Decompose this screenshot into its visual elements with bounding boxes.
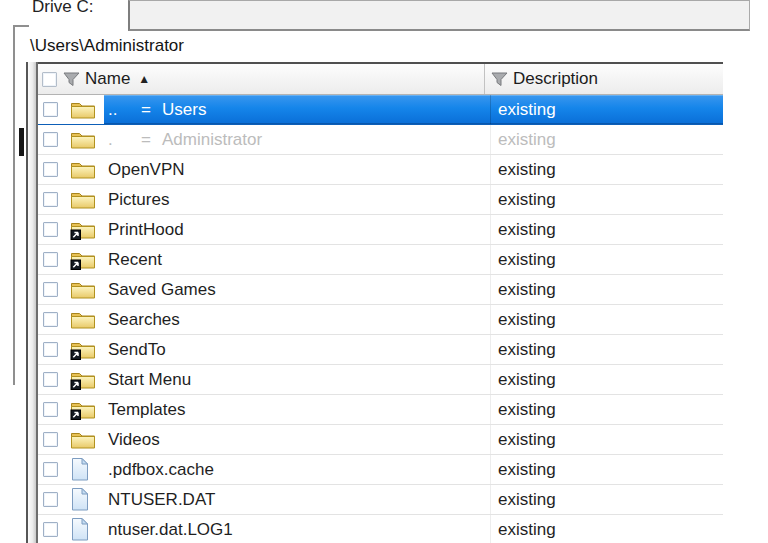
select-all-checkbox[interactable] [42,72,57,87]
table-row[interactable]: OpenVPNexisting [38,155,723,185]
path-bar[interactable]: \Users\Administrator [26,32,184,60]
left-scroll-strip[interactable] [26,62,38,543]
description-cell: existing [491,190,723,210]
folder-shortcut-icon [69,398,97,421]
table-row[interactable]: Templatesexisting [38,395,723,425]
row-checkbox[interactable] [43,102,58,117]
table-row[interactable]: NTUSER.DATexisting [38,485,723,515]
name-cell: SendTo [104,335,491,364]
filter-icon[interactable] [491,72,508,87]
row-checkbox[interactable] [43,252,58,267]
file-name: Videos [108,430,160,450]
table-row[interactable]: Saved Gamesexisting [38,275,723,305]
row-checkbox[interactable] [43,402,58,417]
column-header-name[interactable]: Name ▲ [63,69,150,89]
file-name: .pdfbox.cache [108,460,214,480]
description-cell: existing [491,520,723,540]
file-name: PrintHood [108,220,184,240]
row-checkbox[interactable] [43,432,58,447]
dir-dot-prefix: . [108,130,130,150]
file-table: Name ▲ Description ..=Usersexisting.=Adm… [38,62,723,543]
table-row[interactable]: .=Administratorexisting [38,125,723,155]
tab-strip-background [128,0,750,31]
name-cell: Pictures [104,185,491,214]
row-checkbox[interactable] [43,312,58,327]
table-row[interactable]: Searchesexisting [38,305,723,335]
table-row[interactable]: PrintHoodexisting [38,215,723,245]
name-cell: Start Menu [104,365,491,394]
tab-drive-c-label: Drive C: [32,0,93,17]
column-header-description[interactable]: Description [484,64,598,94]
table-row[interactable]: Videosexisting [38,425,723,455]
name-cell: ..=Users [104,95,491,124]
file-icon [69,487,90,512]
dir-link-symbol: = [130,100,162,120]
description-cell: existing [491,100,723,120]
description-cell: existing [491,130,723,150]
name-cell: NTUSER.DAT [104,485,491,514]
file-manager-panel: Drive C: \Users\Administrator Name ▲ Des… [0,0,768,543]
folder-icon [69,308,97,331]
column-description-label: Description [513,69,598,89]
filter-icon[interactable] [63,72,80,87]
name-cell: PrintHood [104,215,491,244]
file-name: ntuser.dat.LOG1 [108,520,233,540]
tab-drive-c[interactable]: Drive C: [25,0,128,31]
file-name: SendTo [108,340,166,360]
file-name: Saved Games [108,280,216,300]
sort-asc-icon: ▲ [138,72,150,86]
description-cell: existing [491,340,723,360]
description-cell: existing [491,370,723,390]
file-name: NTUSER.DAT [108,490,215,510]
description-cell: existing [491,220,723,240]
file-rows: ..=Usersexisting.=AdministratorexistingO… [38,95,723,543]
name-cell: ntuser.dat.LOG1 [104,515,491,543]
row-checkbox[interactable] [43,132,58,147]
row-checkbox[interactable] [43,372,58,387]
table-row[interactable]: Start Menuexisting [38,365,723,395]
file-icon [69,517,90,542]
description-cell: existing [491,490,723,510]
description-cell: existing [491,250,723,270]
row-checkbox[interactable] [43,192,58,207]
folder-shortcut-icon [69,218,97,241]
row-checkbox[interactable] [43,462,58,477]
table-row[interactable]: Picturesexisting [38,185,723,215]
file-name: Recent [108,250,162,270]
current-row-marker [19,128,24,156]
name-cell: .=Administrator [104,125,491,154]
table-row[interactable]: Recentexisting [38,245,723,275]
table-row[interactable]: ntuser.dat.LOG1existing [38,515,723,543]
description-cell: existing [491,280,723,300]
name-cell: Searches [104,305,491,334]
file-name: Pictures [108,190,169,210]
folder-shortcut-icon [69,248,97,271]
file-icon [69,457,90,482]
description-cell: existing [491,160,723,180]
folder-icon [69,428,97,451]
table-row[interactable]: ..=Usersexisting [38,95,723,125]
folder-icon [69,188,97,211]
file-name: Administrator [162,130,262,150]
row-checkbox[interactable] [43,222,58,237]
folder-shortcut-icon [69,368,97,391]
dir-dot-prefix: .. [108,100,130,120]
file-name: Users [162,100,206,120]
file-name: OpenVPN [108,160,185,180]
row-checkbox[interactable] [43,492,58,507]
table-row[interactable]: SendToexisting [38,335,723,365]
description-cell: existing [491,310,723,330]
name-cell: .pdfbox.cache [104,455,491,484]
folder-shortcut-icon [69,338,97,361]
file-name: Searches [108,310,180,330]
row-checkbox[interactable] [43,282,58,297]
table-row[interactable]: .pdfbox.cacheexisting [38,455,723,485]
name-cell: OpenVPN [104,155,491,184]
description-cell: existing [491,460,723,480]
file-name: Templates [108,400,185,420]
column-name-label: Name [85,69,130,89]
row-checkbox[interactable] [43,162,58,177]
description-cell: existing [491,400,723,420]
row-checkbox[interactable] [43,522,58,537]
row-checkbox[interactable] [43,342,58,357]
